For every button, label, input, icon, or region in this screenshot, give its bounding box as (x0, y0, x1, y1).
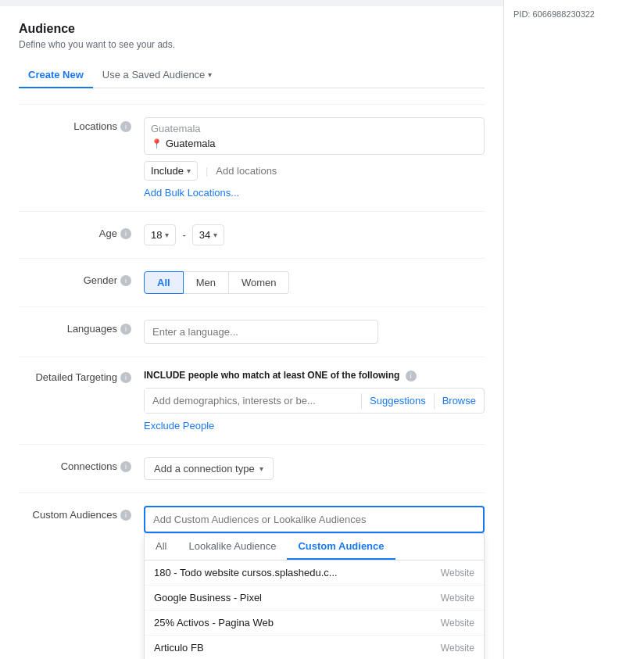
age-min-value: 18 (151, 229, 162, 241)
locations-label: Locations i (19, 117, 144, 132)
age-max-chevron-icon: ▾ (213, 231, 217, 239)
gender-all-button[interactable]: All (144, 271, 184, 294)
gender-content: All Men Women (144, 271, 485, 294)
languages-label: Languages i (19, 320, 144, 335)
pin-icon: 📍 (151, 138, 163, 149)
targeting-info-icon[interactable]: i (120, 372, 131, 383)
age-min-select[interactable]: 18 ▾ (144, 224, 176, 245)
gender-buttons: All Men Women (144, 271, 485, 294)
detailed-targeting-section: Detailed Targeting i INCLUDE people who … (19, 356, 485, 444)
include-row: Include ▾ | (144, 161, 485, 181)
add-connection-type-dropdown[interactable]: Add a connection type ▾ (144, 457, 274, 480)
custom-audience-dropdown-tabs: All Lookalike Audience Custom Audience (145, 534, 484, 561)
location-selected: Guatemala (166, 138, 216, 149)
languages-info-icon[interactable]: i (120, 324, 131, 335)
custom-audiences-content: All Lookalike Audience Custom Audience 1… (144, 506, 485, 533)
custom-audiences-header: Custom Audiences i All Lookalike Audienc… (19, 506, 485, 533)
chevron-down-icon: ▾ (208, 70, 212, 79)
age-label: Age i (19, 224, 144, 239)
locations-content: Guatemala 📍 Guatemala Include ▾ | (144, 117, 485, 199)
browse-button[interactable]: Browse (435, 389, 484, 413)
age-info-icon[interactable]: i (120, 228, 131, 239)
age-content: 18 ▾ - 34 ▾ (144, 224, 485, 245)
targeting-input[interactable] (145, 389, 361, 413)
targeting-label: Detailed Targeting i (19, 370, 144, 383)
age-selectors: 18 ▾ - 34 ▾ (144, 224, 485, 245)
languages-row: Languages i (19, 306, 485, 356)
gender-info-icon[interactable]: i (120, 275, 131, 286)
connection-dropdown-label: Add a connection type (154, 463, 255, 475)
gender-women-button[interactable]: Women (229, 271, 290, 294)
connections-content: Add a connection type ▾ (144, 457, 485, 480)
include-label: Include (151, 165, 184, 177)
audience-subtitle: Define who you want to see your ads. (19, 39, 485, 50)
age-max-select[interactable]: 34 ▾ (192, 224, 224, 245)
custom-audiences-label: Custom Audiences i (19, 506, 144, 521)
exclude-people-link[interactable]: Exclude People (144, 420, 485, 432)
pid-label: PID: 6066988230322 (513, 9, 635, 19)
sidebar: PID: 6066988230322 ⚠ This Custom Audienc… (503, 0, 644, 659)
location-tag: 📍 Guatemala (151, 138, 478, 149)
targeting-header: Detailed Targeting i INCLUDE people who … (19, 370, 485, 432)
connections-label: Connections i (19, 457, 144, 472)
locations-info-icon[interactable]: i (120, 121, 131, 132)
list-item[interactable]: 25% Activos - Pagina Web Website (145, 611, 484, 636)
dropdown-tab-custom[interactable]: Custom Audience (287, 534, 395, 560)
add-bulk-locations-link[interactable]: Add Bulk Locations... (144, 187, 485, 199)
custom-audiences-section: Custom Audiences i All Lookalike Audienc… (19, 492, 485, 546)
targeting-content: INCLUDE people who match at least ONE of… (144, 370, 485, 432)
gender-row: Gender i All Men Women (19, 258, 485, 306)
custom-audience-dropdown: All Lookalike Audience Custom Audience 1… (144, 533, 485, 659)
audience-tabs: Create New Use a Saved Audience ▾ (19, 63, 485, 88)
targeting-input-row: Suggestions Browse (144, 388, 485, 414)
targeting-include-text: INCLUDE people who match at least ONE of… (144, 370, 485, 381)
age-dash: - (182, 229, 185, 241)
list-item[interactable]: 180 - Todo website cursos.splashedu.c...… (145, 561, 484, 586)
locations-row: Locations i Guatemala 📍 Guatemala Includ… (19, 104, 485, 211)
include-chevron-icon: ▾ (187, 167, 191, 175)
tab-use-saved[interactable]: Use a Saved Audience ▾ (93, 63, 222, 88)
location-box[interactable]: Guatemala 📍 Guatemala (144, 117, 485, 155)
connection-chevron-icon: ▾ (259, 464, 263, 473)
targeting-include-info-icon[interactable]: i (406, 371, 417, 381)
suggestions-button[interactable]: Suggestions (362, 389, 434, 413)
include-dropdown[interactable]: Include ▾ (144, 161, 198, 181)
language-input[interactable] (144, 320, 378, 344)
add-locations-input[interactable] (216, 162, 485, 180)
connections-row: Connections i Add a connection type ▾ (19, 444, 485, 492)
languages-content (144, 320, 485, 344)
custom-audiences-info-icon[interactable]: i (120, 510, 131, 521)
tab-create-new[interactable]: Create New (19, 63, 93, 88)
list-item[interactable]: Articulo FB Website (145, 636, 484, 659)
dropdown-tab-lookalike[interactable]: Lookalike Audience (177, 534, 287, 560)
age-min-chevron-icon: ▾ (165, 231, 169, 239)
list-item[interactable]: Google Business - Pixel Website (145, 586, 484, 611)
gender-men-button[interactable]: Men (184, 271, 229, 294)
gender-label: Gender i (19, 271, 144, 286)
age-max-value: 34 (199, 229, 210, 241)
location-placeholder: Guatemala (151, 123, 478, 134)
connections-info-icon[interactable]: i (120, 461, 131, 472)
audience-title: Audience (19, 22, 485, 36)
dropdown-tab-all[interactable]: All (145, 534, 177, 560)
custom-audience-input[interactable] (144, 506, 485, 533)
age-row: Age i 18 ▾ - 34 ▾ (19, 211, 485, 258)
